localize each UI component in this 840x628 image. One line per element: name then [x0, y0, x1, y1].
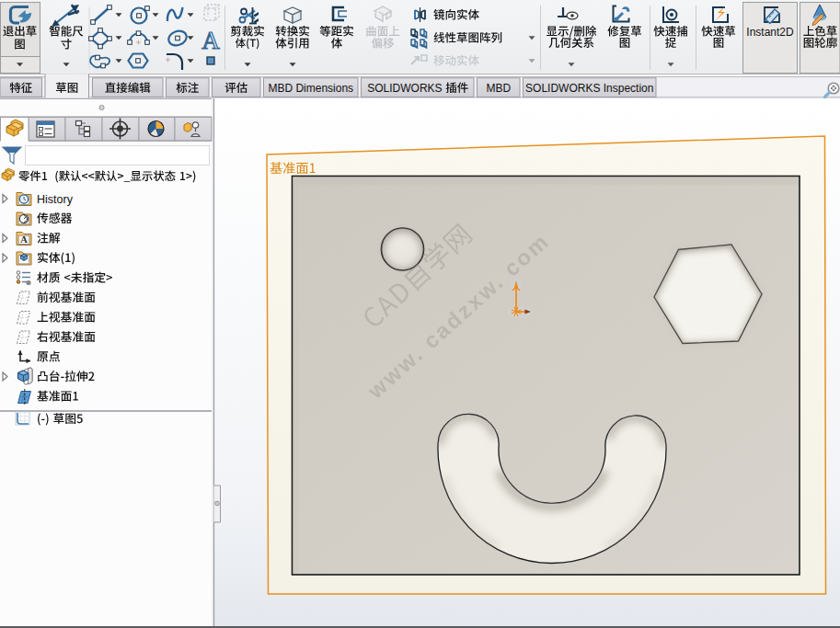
svg-text:History: History: [37, 193, 74, 206]
svg-text:MBD Dimensions: MBD Dimensions: [268, 82, 353, 95]
svg-text:SOLIDWORKS Inspection: SOLIDWORKS Inspection: [525, 82, 653, 95]
svg-text:A: A: [201, 27, 220, 54]
svg-text:SOLIDWORKS: SOLIDWORKS: [367, 82, 442, 95]
svg-text:MBD: MBD: [486, 82, 511, 95]
svg-text:Instant2D: Instant2D: [746, 26, 794, 39]
svg-text:A: A: [20, 234, 28, 245]
